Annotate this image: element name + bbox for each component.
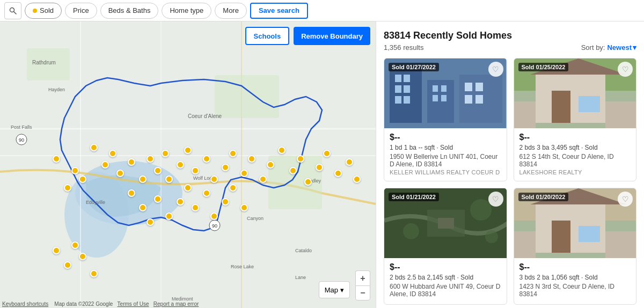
listing-image: Sold 01/21/2022 ♡ — [384, 188, 507, 258]
price-filter-button[interactable]: Price — [65, 3, 97, 19]
svg-rect-40 — [433, 95, 438, 101]
sort-control: Sort by: Newest ▾ — [581, 43, 636, 52]
panel-title: 83814 Recently Sold Homes — [384, 30, 636, 41]
beds-baths-label: Beds & Baths — [108, 6, 151, 14]
svg-text:Post Falls: Post Falls — [11, 124, 32, 130]
listing-address: 612 S 14th St, Coeur D Alene, ID 83814 — [519, 153, 631, 168]
svg-rect-46 — [475, 95, 483, 104]
sold-date-badge: Sold 01/25/2022 — [518, 63, 569, 71]
listing-address: 600 W Hubbard Ave UNIT 49, Coeur D Alene… — [390, 283, 501, 298]
svg-rect-36 — [404, 96, 410, 104]
svg-point-60 — [470, 199, 492, 221]
listing-address: 1423 N 3rd St, Coeur D Alene, ID 83814 — [519, 283, 631, 298]
svg-text:Lane: Lane — [295, 275, 306, 280]
more-filter-button[interactable]: More — [215, 3, 247, 19]
sold-date-badge: Sold 01/21/2022 — [389, 193, 439, 201]
results-count: 1,356 results — [384, 43, 423, 52]
map-type-button[interactable]: Map ▾ — [319, 281, 350, 298]
save-search-button[interactable]: Save search — [250, 3, 308, 19]
listing-details: 1 bd 1 ba -- sqft · Sold — [390, 144, 501, 151]
svg-text:Rose Lake: Rose Lake — [231, 264, 254, 269]
svg-rect-32 — [404, 75, 410, 82]
favorite-button[interactable]: ♡ — [488, 62, 503, 77]
listing-agent: LAKESHORE REALTY — [519, 169, 631, 175]
svg-rect-31 — [395, 75, 401, 82]
svg-text:Canyon: Canyon — [247, 216, 264, 221]
favorite-button[interactable]: ♡ — [618, 62, 633, 77]
svg-text:Coeur d'Alene: Coeur d'Alene — [188, 113, 222, 119]
favorite-button[interactable]: ♡ — [488, 192, 503, 207]
schools-button[interactable]: Schools — [245, 27, 290, 45]
listing-price: $-- — [390, 133, 501, 142]
listing-price: $-- — [390, 262, 501, 272]
svg-rect-39 — [441, 85, 447, 92]
svg-text:Dudley: Dudley — [306, 178, 321, 184]
favorite-button[interactable]: ♡ — [618, 192, 633, 207]
main-content: Rathdrum Hayden Post Falls Coeur d'Alene… — [0, 21, 644, 308]
listing-info: $-- 3 bds 2 ba 1,056 sqft · Sold 1423 N … — [514, 258, 636, 304]
svg-rect-67 — [579, 226, 600, 242]
svg-rect-43 — [465, 83, 472, 91]
zoom-controls: + − — [355, 270, 370, 300]
zoom-out-button[interactable]: − — [355, 285, 370, 300]
listing-card[interactable]: Sold 01/21/2022 ♡ $-- 2 bds 2.5 ba 2,145… — [384, 188, 507, 305]
svg-point-59 — [403, 223, 419, 239]
home-type-filter-button[interactable]: Home type — [162, 3, 211, 19]
sort-label: Sort by: — [581, 43, 605, 52]
map-area[interactable]: Rathdrum Hayden Post Falls Coeur d'Alene… — [0, 21, 376, 308]
panel-meta: 1,356 results Sort by: Newest ▾ — [384, 43, 636, 52]
listing-info: $-- 2 bds 2.5 ba 2,145 sqft · Sold 600 W… — [384, 258, 507, 304]
listing-panel: 83814 Recently Sold Homes 1,356 results … — [376, 21, 644, 308]
sold-date-badge: Sold 01/20/2022 — [518, 193, 569, 201]
listing-address: 1950 W Bellerive Ln UNIT 401, Coeur D Al… — [390, 153, 501, 168]
svg-rect-34 — [404, 85, 410, 93]
listings-grid: Sold 01/27/2022 ♡ $-- 1 bd 1 ba -- sqft … — [384, 58, 636, 308]
search-button[interactable] — [4, 2, 21, 19]
map-footer: Keyboard shortcuts Map data ©2022 Google… — [2, 301, 199, 307]
svg-text:Hayden: Hayden — [48, 87, 65, 92]
listing-agent: KELLER WILLIAMS REALTY COEUR D — [390, 169, 501, 175]
sold-filter-button[interactable]: Sold — [25, 3, 62, 19]
listing-price: $-- — [519, 133, 631, 142]
svg-rect-69 — [605, 231, 636, 258]
sold-label: Sold — [40, 6, 54, 14]
home-type-label: Home type — [170, 6, 203, 14]
listing-image: Sold 01/20/2022 ♡ — [514, 188, 636, 258]
svg-rect-44 — [475, 83, 483, 91]
svg-rect-66 — [552, 221, 570, 253]
top-navigation: Sold Price Beds & Baths Home type More S… — [0, 0, 644, 21]
svg-rect-35 — [395, 96, 401, 104]
listing-info: $-- 2 bds 3 ba 3,495 sqft · Sold 612 S 1… — [514, 128, 636, 181]
map-type-label: Map — [325, 286, 338, 294]
listing-details: 2 bds 2.5 ba 2,145 sqft · Sold — [390, 274, 501, 281]
svg-text:Wolf Lodge: Wolf Lodge — [193, 175, 217, 181]
more-label: More — [223, 6, 239, 14]
sort-dropdown[interactable]: Newest ▾ — [607, 43, 636, 52]
save-search-label: Save search — [259, 6, 299, 14]
price-label: Price — [73, 6, 89, 14]
listing-card[interactable]: Sold 01/27/2022 ♡ $-- 1 bd 1 ba -- sqft … — [384, 58, 507, 181]
svg-line-1 — [14, 11, 17, 14]
beds-baths-filter-button[interactable]: Beds & Baths — [100, 3, 159, 19]
svg-rect-53 — [514, 101, 536, 128]
svg-text:Eddyville: Eddyville — [86, 200, 105, 205]
svg-text:Cataldo: Cataldo — [295, 248, 312, 253]
zoom-in-button[interactable]: + — [355, 270, 370, 285]
chevron-down-icon: ▾ — [340, 286, 344, 294]
sort-chevron-icon: ▾ — [633, 43, 636, 52]
listing-image: Sold 01/25/2022 ♡ — [514, 58, 636, 128]
map-overlay-buttons: Schools Remove Boundary — [245, 27, 370, 45]
listing-price: $-- — [519, 262, 631, 272]
listing-card[interactable]: Sold 01/20/2022 ♡ $-- 3 bds 2 ba 1,056 s… — [514, 188, 637, 305]
svg-point-61 — [485, 230, 498, 243]
svg-rect-54 — [605, 101, 636, 128]
svg-rect-38 — [433, 85, 438, 92]
remove-boundary-button[interactable]: Remove Boundary — [294, 27, 370, 45]
listing-details: 3 bds 2 ba 1,056 sqft · Sold — [519, 274, 631, 281]
svg-text:90: 90 — [212, 223, 217, 229]
svg-rect-58 — [438, 218, 454, 229]
svg-rect-52 — [579, 96, 600, 112]
listing-card[interactable]: Sold 01/25/2022 ♡ $-- 2 bds 3 ba 3,495 s… — [514, 58, 637, 181]
svg-rect-51 — [552, 91, 570, 123]
svg-rect-45 — [465, 95, 472, 104]
